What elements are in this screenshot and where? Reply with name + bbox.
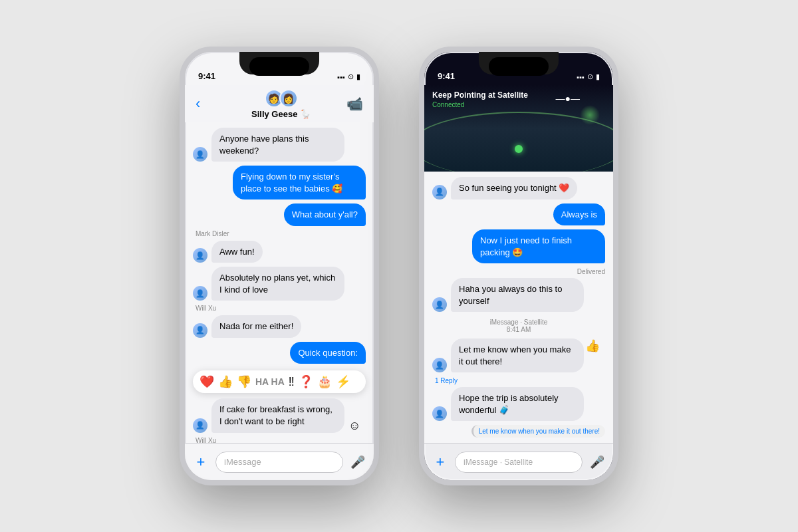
messages-area-2: 👤 So fun seeing you tonight ❤️ Always is… [424,172,613,443]
dynamic-island-2 [489,57,549,76]
input-placeholder-1: iMessage [224,457,261,467]
signal-icon-2: ▪▪▪ [577,73,585,81]
status-time-1: 9:41 [198,71,215,81]
battery-icon-2: ▮ [596,72,600,81]
msg-row-6: 👤 Nada for me either! [193,315,366,338]
p2-delivered: Delivered [432,268,605,275]
satellite-title: Keep Pointing at Satellite [432,90,528,101]
msg-row-3: What about y'all? [193,203,366,226]
msg-row-8: 👤 If cake for breakfast is wrong, I don'… [193,398,366,432]
status-icons-1: ▪▪▪ ⊙ ▮ [337,72,360,81]
message-input-1[interactable]: iMessage [215,452,343,473]
react-bolt[interactable]: ⚡ [336,374,350,389]
p2-avatar-4: 👤 [432,297,447,312]
react-exclaim[interactable]: ‼️ [289,375,295,389]
satellite-info: Keep Pointing at Satellite Connected [432,90,528,108]
msg-row-7: Quick question: [193,342,366,364]
msg-avatar-1: 👤 [193,147,207,162]
p2-msg-6: 👤 Hope the trip is absolutely wonderful … [432,387,605,421]
react-question[interactable]: ❓ [299,374,313,389]
video-button-1[interactable]: 📹 [346,96,363,112]
reaction-bar-1[interactable]: ❤️ 👍 👎 HA HA ‼️ ❓ 🎂 ⚡ [193,370,366,393]
msg-avatar-6: 👤 [193,323,207,338]
bubble-8[interactable]: If cake for breakfast is wrong, I don't … [211,398,344,432]
back-button-1[interactable]: ‹ [196,95,215,112]
thumbsup-reaction: 👍 [585,338,600,353]
p2-bubble-6[interactable]: Hope the trip is absolutely wonderful 🧳 [451,387,584,421]
bubble-5[interactable]: Absolutely no plans yet, which I kind of… [211,267,344,301]
p2-bubble-1[interactable]: So fun seeing you tonight ❤️ [451,177,577,200]
p2-msg-1: 👤 So fun seeing you tonight ❤️ [432,177,605,200]
plus-button-1[interactable]: + [192,454,210,471]
sender-will2: Will Xu [193,437,366,443]
msg-row-1: 👤 Anyone have plans this weekend? [193,128,366,162]
bubble-1[interactable]: Anyone have plans this weekend? [211,128,344,162]
p2-bubble-4[interactable]: Haha you always do this to yourself [451,278,584,312]
reply-indicator: Let me know when you make it out there! [471,425,605,438]
react-thumbsup[interactable]: 👍 [218,374,233,389]
msg-row-4: 👤 Aww fun! [193,241,366,263]
nav-center-1[interactable]: 🧑 👩 Silly Geese 🪿 [251,89,311,119]
msg-avatar-8: 👤 [193,418,207,433]
bubble-3[interactable]: What about y'all? [284,203,366,226]
mic-button-2[interactable]: 🎤 [588,455,606,469]
dynamic-island-1 [249,57,309,76]
input-bar-1: + iMessage 🎤 [185,443,374,480]
group-name-1: Silly Geese 🪿 [251,109,311,119]
p2-msg-2: Always is [432,203,605,226]
phone-2: 9:41 ▪▪▪ ⊙ ▮ Keep Pointing at Satellite … [419,47,618,485]
p2-avatar-5: 👤 [432,358,447,372]
message-input-2[interactable]: iMessage · Satellite [455,452,583,473]
add-reaction-btn[interactable]: ☺ [348,419,360,433]
p2-msg-5-container: 👤 Let me know when you make it out there… [432,338,605,374]
phones-container: 9:41 ▪▪▪ ⊙ ▮ ‹ 🧑 👩 Silly Geese 🪿 📹 👤 [0,0,798,532]
bubble-2[interactable]: Flying down to my sister's place to see … [233,166,366,200]
avatar-group-1: 🧑 👩 [265,89,298,108]
p2-msg-5: 👤 Let me know when you make it out there… [432,338,605,372]
p2-msg-4: 👤 Haha you always do this to yourself [432,278,605,312]
bubble-4[interactable]: Aww fun! [211,241,263,263]
p2-avatar-1: 👤 [432,185,447,200]
input-placeholder-2: iMessage · Satellite [464,458,533,467]
satellite-symbol: —●— [556,93,580,104]
wifi-icon-1: ⊙ [348,72,354,81]
bubble-7[interactable]: Quick question: [290,342,366,364]
react-thumbsdown[interactable]: 👎 [237,374,251,389]
react-cake[interactable]: 🎂 [317,374,332,389]
status-time-2: 9:41 [438,71,455,81]
satellite-banner: Keep Pointing at Satellite Connected —●— [424,85,613,172]
sender-mark: Mark Disler [193,230,366,237]
sender-will: Will Xu [193,305,366,312]
nav-header-1: ‹ 🧑 👩 Silly Geese 🪿 📹 [185,85,374,122]
p2-bubble-2[interactable]: Always is [553,203,605,226]
plus-button-2[interactable]: + [431,454,450,471]
satellite-status: Connected [432,101,528,108]
satellite-dot [515,145,523,153]
p2-msg-3: Now I just need to finish packing 🤩 [432,229,605,263]
msg-avatar-4: 👤 [193,248,207,263]
satellite-bg: Keep Pointing at Satellite Connected —●— [424,85,613,172]
messages-area-1: 👤 Anyone have plans this weekend? Flying… [185,122,374,443]
battery-icon-1: ▮ [356,72,360,81]
satellite-glow [580,105,600,125]
p2-avatar-6: 👤 [432,406,447,421]
msg-avatar-5: 👤 [193,286,207,301]
react-haha[interactable]: HA HA [255,376,285,387]
wifi-icon-2: ⊙ [587,72,593,81]
phone-1: 9:41 ▪▪▪ ⊙ ▮ ‹ 🧑 👩 Silly Geese 🪿 📹 👤 [180,47,379,485]
msg-row-5: 👤 Absolutely no plans yet, which I kind … [193,267,366,301]
p2-bubble-3[interactable]: Now I just need to finish packing 🤩 [472,229,605,263]
status-icons-2: ▪▪▪ ⊙ ▮ [577,72,600,81]
avatar-2: 👩 [279,89,298,108]
thread-reply-1[interactable]: 1 Reply [432,377,605,384]
input-bar-2: + iMessage · Satellite 🎤 [424,443,613,480]
p2-reply-quote-row: Let me know when you make it out there! [432,425,605,439]
signal-icon-1: ▪▪▪ [337,73,345,81]
p2-bubble-5[interactable]: Let me know when you make it out there! [451,338,584,372]
bubble-6[interactable]: Nada for me either! [211,315,301,338]
msg-row-2: Flying down to my sister's place to see … [193,166,366,200]
mic-button-1[interactable]: 🎤 [348,455,367,469]
react-heart[interactable]: ❤️ [200,374,214,389]
satellite-timestamp: iMessage · Satellite8:41 AM [432,319,605,333]
